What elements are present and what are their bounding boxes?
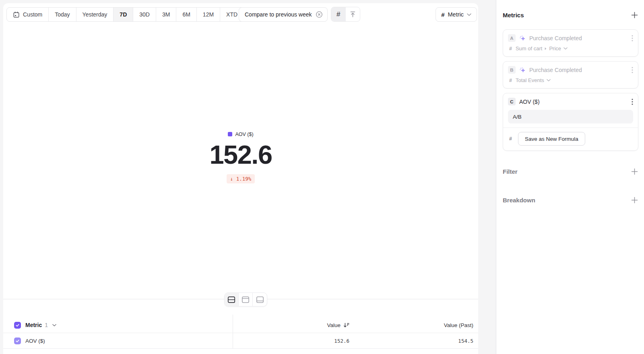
filter-section-header: Filter <box>503 168 638 175</box>
check-icon <box>15 323 20 327</box>
date-range-today[interactable]: Today <box>49 8 76 21</box>
metrics-section-header: Metrics <box>503 11 638 19</box>
metric-card-a[interactable]: A Purchase Completed # Sum of cart Price <box>503 29 638 57</box>
event-name: Purchase Completed <box>529 35 628 41</box>
caret-right-icon <box>545 47 547 50</box>
hash-icon: # <box>441 11 444 18</box>
select-all-checkbox[interactable] <box>14 322 21 329</box>
date-range-yesterday[interactable]: Yesterday <box>76 8 114 21</box>
row-metric-name: AOV ($) <box>25 338 45 344</box>
table-only-view-icon <box>256 296 264 303</box>
date-range-custom[interactable]: Custom <box>7 8 49 21</box>
metric-card-b[interactable]: B Purchase Completed # Total Events <box>503 61 638 88</box>
formula-input[interactable]: A/B <box>508 110 633 123</box>
metric-dropdown-button[interactable]: # Metric <box>436 7 477 22</box>
chart-only-view-icon <box>242 296 250 303</box>
formula-name: AOV ($) <box>519 99 628 105</box>
legend-label: AOV ($) <box>235 132 253 137</box>
metric-badge: B <box>508 66 516 74</box>
table-column-divider <box>233 315 233 348</box>
layout-toggle-group <box>224 292 267 307</box>
report-canvas: Custom Today Yesterday 7D 30D 3M 6M 12M … <box>3 3 478 354</box>
chevron-down-icon <box>547 79 551 82</box>
date-range-7d[interactable]: 7D <box>114 8 133 21</box>
check-icon <box>15 339 20 343</box>
value-past-column-header[interactable]: Value (Past) <box>444 317 473 333</box>
measurement-dropdown[interactable]: Sum of cart Price <box>516 45 568 51</box>
table-row: AOV ($) <box>14 333 45 348</box>
metric-count: 1 <box>45 322 48 328</box>
calendar-icon <box>13 11 20 18</box>
legend-item[interactable]: AOV ($) <box>228 132 253 137</box>
filter-section-title: Filter <box>503 168 518 175</box>
add-filter-button[interactable] <box>631 168 638 175</box>
query-builder-sidebar: Metrics A Purchase Completed # Sum of ca… <box>496 0 644 354</box>
compare-chip-label: Compare to previous week <box>245 11 312 18</box>
table-row-border <box>3 348 478 349</box>
hash-icon: # <box>509 136 512 142</box>
row-value-past: 154.5 <box>458 333 473 348</box>
metric-badge: A <box>508 34 516 42</box>
date-range-label: Custom <box>23 11 42 18</box>
chevron-down-icon[interactable] <box>52 324 56 327</box>
save-formula-button[interactable]: Save as New Formula <box>518 132 585 146</box>
event-name: Purchase Completed <box>529 67 628 73</box>
value-display-toggle: # <box>331 7 360 22</box>
event-sparkle-icon <box>519 35 526 41</box>
chart-only-view-button[interactable] <box>239 293 253 306</box>
table-header-border <box>3 333 478 333</box>
kebab-menu-icon[interactable] <box>632 67 633 73</box>
chevron-down-icon <box>564 47 568 50</box>
date-range-12m[interactable]: 12M <box>197 8 220 21</box>
sort-descending-icon <box>343 323 349 328</box>
breakdown-section-header: Breakdown <box>503 196 638 204</box>
add-metric-button[interactable] <box>631 11 638 19</box>
compare-chip[interactable]: Compare to previous week <box>239 7 328 22</box>
value-column-header[interactable]: Value <box>327 317 349 333</box>
card-divider <box>503 128 638 128</box>
date-range-control: Custom Today Yesterday 7D 30D 3M 6M 12M … <box>6 7 252 22</box>
split-view-button[interactable] <box>225 293 239 306</box>
hash-icon: # <box>336 10 340 19</box>
table-only-view-button[interactable] <box>253 293 267 306</box>
absolute-number-toggle[interactable]: # <box>331 7 346 21</box>
measurement-dropdown[interactable]: Total Events <box>516 77 551 83</box>
metric-dropdown-label: Metric <box>448 11 464 18</box>
chevron-down-icon <box>467 13 471 16</box>
change-badge: ↓ 1.19% <box>227 174 255 183</box>
split-view-icon <box>227 296 235 303</box>
kebab-menu-icon[interactable] <box>632 99 633 105</box>
big-number-chart: AOV ($) 152.6 ↓ 1.19% <box>3 131 478 183</box>
add-breakdown-button[interactable] <box>631 196 638 204</box>
date-range-3m[interactable]: 3M <box>156 8 176 21</box>
metric-column-label: Metric <box>25 322 42 328</box>
date-range-30d[interactable]: 30D <box>133 8 156 21</box>
row-checkbox[interactable] <box>14 338 21 344</box>
remove-compare-icon[interactable] <box>316 11 323 18</box>
arrow-to-top-toggle[interactable] <box>346 7 360 21</box>
metric-big-number: 152.6 <box>3 141 478 169</box>
metric-badge: C <box>508 98 516 105</box>
table-header-metric: Metric 1 <box>14 317 56 333</box>
date-range-6m[interactable]: 6M <box>176 8 196 21</box>
metrics-section-title: Metrics <box>503 12 524 19</box>
hash-icon: # <box>509 46 512 51</box>
event-sparkle-icon <box>519 67 526 73</box>
legend-swatch <box>228 132 232 136</box>
hash-icon: # <box>509 78 512 83</box>
breakdown-section-title: Breakdown <box>503 197 535 204</box>
metric-card-c[interactable]: C AOV ($) A/B # Save as New Formula <box>503 93 638 151</box>
arrow-to-top-icon <box>349 10 357 18</box>
kebab-menu-icon[interactable] <box>632 35 633 41</box>
row-value: 152.6 <box>334 333 349 348</box>
